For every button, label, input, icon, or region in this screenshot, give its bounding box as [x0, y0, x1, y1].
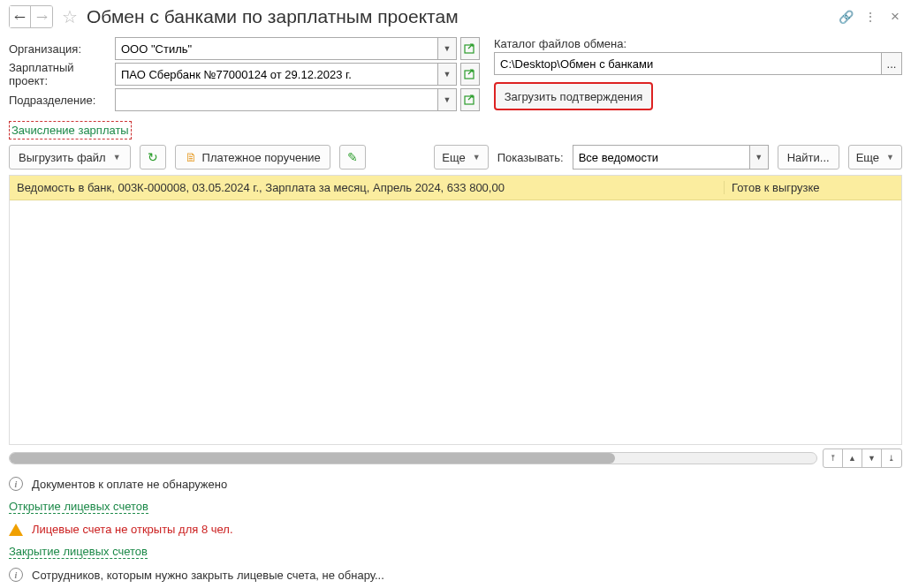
payment-order-label: Платежное поручение — [202, 151, 321, 164]
info-icon: i — [9, 568, 23, 582]
organization-dropdown[interactable]: ▼ — [437, 37, 457, 60]
open-icon — [464, 43, 476, 54]
row-text: Ведомость в банк, 003К-000008, 03.05.202… — [10, 181, 725, 194]
salary-project-open[interactable] — [460, 63, 480, 86]
show-filter-dropdown[interactable]: ▼ — [749, 145, 769, 170]
browse-path-button[interactable]: ... — [881, 52, 902, 75]
warning-icon — [9, 524, 23, 536]
grid-body — [10, 200, 901, 444]
open-icon — [464, 69, 476, 79]
no-docs-text: Документов к оплате не обнаружено — [32, 478, 227, 491]
export-file-label: Выгрузить файл — [19, 151, 106, 164]
organization-open[interactable] — [460, 37, 480, 60]
table-row[interactable]: Ведомость в банк, 003К-000008, 03.05.202… — [10, 176, 901, 200]
more-left-button[interactable]: Еще ▼ — [434, 145, 488, 170]
edit-button[interactable]: ✎ — [339, 145, 366, 170]
close-icon[interactable]: × — [888, 8, 902, 26]
exchange-catalog-label: Каталог файлов обмена: — [494, 37, 902, 50]
organization-label: Организация: — [9, 42, 115, 56]
back-button[interactable]: 🡐 — [10, 6, 31, 27]
load-confirmations-button[interactable]: Загрузить подтверждения — [494, 82, 653, 110]
grid: Ведомость в банк, 003К-000008, 03.05.202… — [9, 175, 902, 445]
form-left: Организация: ▼ Зарплатный проект: ▼ Подр… — [9, 37, 480, 114]
open-accounts-link[interactable]: Открытие лицевых счетов — [9, 500, 148, 514]
organization-input[interactable] — [115, 37, 437, 60]
no-employees-text: Сотрудников, которым нужно закрыть лицев… — [32, 569, 384, 582]
more-left-label: Еще — [442, 151, 465, 164]
export-file-button[interactable]: Выгрузить файл ▼ — [9, 145, 131, 170]
salary-project-dropdown[interactable]: ▼ — [437, 63, 457, 86]
show-label: Показывать: — [497, 151, 564, 164]
grid-nav-up[interactable]: ▲ — [843, 449, 862, 467]
forward-button[interactable]: 🡒 — [31, 6, 52, 27]
close-accounts-link[interactable]: Закрытие лицевых счетов — [9, 545, 148, 559]
salary-project-label: Зарплатный проект: — [9, 61, 115, 87]
grid-nav-down[interactable]: ▼ — [862, 449, 882, 467]
document-icon: 🗎 — [185, 150, 197, 164]
horizontal-scrollbar[interactable] — [9, 452, 817, 464]
page-title: Обмен с банками по зарплатным проектам — [87, 6, 459, 27]
accounts-warning-text: Лицевые счета не открыты для 8 чел. — [32, 523, 233, 536]
favorite-star-icon[interactable]: ☆ — [62, 6, 78, 27]
toolbar: Выгрузить файл ▼ ↻ 🗎 Платежное поручение… — [9, 145, 902, 170]
grid-nav-first[interactable]: ⤒ — [824, 449, 843, 467]
chevron-down-icon: ▼ — [886, 153, 894, 162]
subdivision-label: Подразделение: — [9, 94, 115, 107]
open-icon — [464, 94, 476, 105]
scrollbar-thumb[interactable] — [10, 453, 615, 464]
form-right: Каталог файлов обмена: ... Загрузить под… — [494, 37, 902, 114]
subdivision-dropdown[interactable]: ▼ — [437, 88, 457, 111]
more-right-label: Еще — [856, 151, 879, 164]
grid-nav-last[interactable]: ⤓ — [882, 449, 901, 467]
exchange-path-input[interactable] — [494, 52, 881, 75]
salary-project-input[interactable] — [115, 63, 437, 86]
show-filter-input[interactable] — [573, 145, 749, 170]
tab-salary-credit[interactable]: Зачисление зарплаты — [9, 121, 132, 139]
refresh-button[interactable]: ↻ — [140, 145, 166, 170]
refresh-icon: ↻ — [148, 150, 158, 164]
info-icon: i — [9, 477, 23, 491]
pencil-icon: ✎ — [347, 150, 358, 164]
grid-nav-1: ⤒ ▲ ▼ ⤓ — [823, 449, 902, 468]
chevron-down-icon: ▼ — [113, 153, 121, 162]
more-menu-icon[interactable]: ⋮ — [863, 10, 877, 24]
subdivision-open[interactable] — [460, 88, 480, 111]
link-icon[interactable]: 🔗 — [839, 10, 853, 24]
nav-buttons: 🡐 🡒 — [9, 5, 53, 28]
window-header: 🡐 🡒 ☆ Обмен с банками по зарплатным прое… — [9, 5, 902, 28]
chevron-down-icon: ▼ — [473, 153, 481, 162]
row-status: Готов к выгрузке — [725, 181, 901, 194]
more-right-button[interactable]: Еще ▼ — [848, 145, 902, 170]
find-button[interactable]: Найти... — [778, 145, 839, 170]
payment-order-button[interactable]: 🗎 Платежное поручение — [175, 145, 330, 170]
subdivision-input[interactable] — [115, 88, 437, 111]
